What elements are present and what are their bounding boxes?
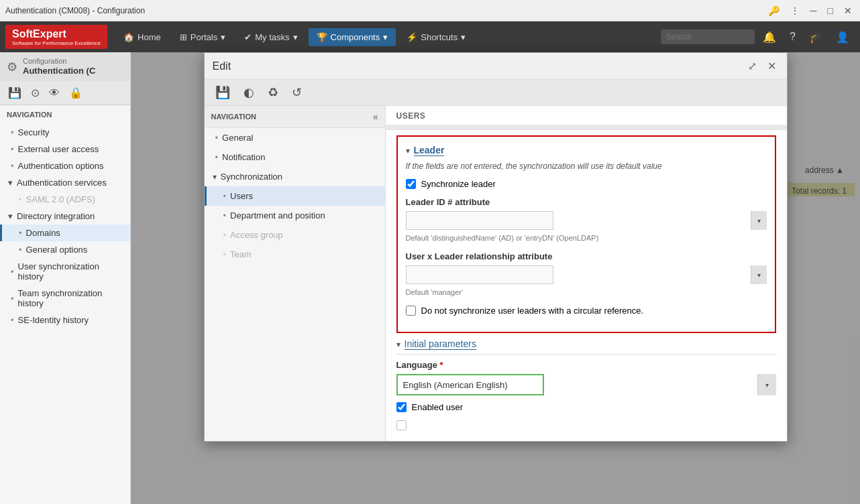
sidebar-item-dir-integration[interactable]: Directory integration	[0, 208, 130, 225]
no-sync-checkbox[interactable]	[406, 306, 416, 316]
partial-checkbox[interactable]	[396, 420, 407, 430]
sidebar-save-btn[interactable]: 💾	[5, 85, 24, 101]
sidebar-lock-btn[interactable]: 🔒	[66, 85, 85, 101]
sidebar-item-auth-options[interactable]: Authentication options	[0, 158, 130, 174]
nav-mytasks-label: My tasks	[255, 32, 289, 42]
bell-icon[interactable]: 🔔	[757, 28, 782, 46]
main-layout: ⚙ Configuration Authentication (C 💾 ⊙ 👁 …	[0, 52, 860, 504]
nav-mytasks[interactable]: ✔ My tasks ▾	[236, 28, 305, 46]
sidebar-eye-btn[interactable]: 👁	[46, 86, 62, 101]
language-arrow: ▾	[757, 374, 776, 395]
sidebar-item-team-sync[interactable]: Team synchronization history	[0, 285, 130, 312]
initial-params-arrow[interactable]: ▾	[396, 340, 400, 349]
modal-nav-header: NAVIGATION «	[205, 106, 385, 128]
leader-section: ▾ Leader If the fields are not entered, …	[396, 135, 776, 333]
sidebar-item-se-identity[interactable]: SE-Identity history	[0, 312, 130, 328]
home-icon: 🏠	[123, 32, 134, 42]
modal-content-inner: USERS ▾ Leader If the fields are not	[386, 106, 787, 441]
modal-expand-btn[interactable]: ⤢	[745, 58, 759, 74]
sync-leader-row: Synchronize leader	[406, 179, 767, 189]
nav-home-label: Home	[138, 32, 161, 42]
search-input[interactable]	[661, 29, 755, 44]
top-nav: SoftExpert Software for Performance Exce…	[0, 21, 860, 52]
graduation-icon[interactable]: 🎓	[804, 28, 828, 46]
title-bar-controls: 🔑 ⋮ ─ □ ✕	[765, 4, 855, 17]
menu-icon[interactable]: ⋮	[788, 4, 802, 17]
enabled-user-row: Enabled user	[396, 402, 776, 412]
sidebar-item-domains[interactable]: Domains	[0, 225, 130, 241]
sidebar-item-general-options[interactable]: General options	[0, 241, 130, 258]
nav-components-label: Components	[331, 32, 380, 42]
modal-nav-collapse-btn[interactable]: «	[373, 111, 378, 122]
initial-params-header: ▾ Initial parameters	[396, 338, 776, 355]
sidebar-nav-label: NAVIGATION	[0, 105, 130, 121]
modal-refresh-btn[interactable]: ♻	[264, 84, 282, 101]
modal-nav-dept[interactable]: Department and position	[205, 206, 385, 225]
modal-nav-general[interactable]: General	[205, 128, 385, 147]
modal-overlay: Edit ⤢ ✕ 💾 ◐ ♻ ↺	[131, 52, 860, 504]
portals-icon: ⊞	[180, 32, 187, 42]
no-sync-label: Do not synchronize user leaders with a c…	[421, 306, 644, 316]
user-leader-select[interactable]	[406, 265, 553, 284]
sidebar-item-external-user[interactable]: External user access	[0, 141, 130, 158]
enabled-user-checkbox[interactable]	[396, 402, 407, 412]
leader-title-link[interactable]: Leader	[414, 145, 445, 156]
nav-components[interactable]: 🏆 Components ▾	[309, 28, 396, 46]
maximize-btn[interactable]: □	[825, 4, 836, 17]
nav-home[interactable]: 🏠 Home	[115, 28, 169, 46]
modal-toggle-btn[interactable]: ◐	[239, 84, 258, 101]
modal-nav-sublist: Users Department and position Access gro…	[205, 186, 385, 264]
nav-shortcuts[interactable]: ⚡ Shortcuts ▾	[398, 28, 474, 46]
sidebar-nav-list: Security External user access Authentica…	[0, 121, 130, 331]
main-content-area: address ▲ Total records: 1 Edit ⤢ ✕ 💾	[131, 52, 860, 504]
sync-leader-checkbox[interactable]	[406, 179, 416, 189]
leader-hint: If the fields are not entered, the synch…	[406, 162, 767, 171]
components-arrow: ▾	[383, 32, 388, 42]
sidebar-toggle-btn[interactable]: ⊙	[28, 85, 42, 101]
users-section-header: USERS	[396, 106, 776, 125]
initial-params-section: ▾ Initial parameters Language *	[396, 338, 776, 430]
user-icon[interactable]: 👤	[830, 28, 855, 46]
sidebar-item-auth-services[interactable]: Authentication services	[0, 174, 130, 191]
leader-collapse-arrow[interactable]: ▾	[406, 146, 410, 155]
sidebar-item-user-sync[interactable]: User synchronization history	[0, 258, 130, 285]
modal-title: Edit	[213, 60, 231, 72]
partial-checkbox-row	[396, 420, 776, 430]
help-icon[interactable]: ?	[784, 28, 801, 46]
logo-text: SoftExpert	[12, 27, 101, 40]
modal-nav-label: NAVIGATION	[211, 113, 256, 121]
tasks-icon: ✔	[244, 32, 252, 42]
modal-nav-notification[interactable]: Notification	[205, 147, 385, 167]
initial-params-link[interactable]: Initial parameters	[405, 338, 476, 350]
sidebar: ⚙ Configuration Authentication (C 💾 ⊙ 👁 …	[0, 52, 131, 504]
modal-nav-synchronization[interactable]: Synchronization	[205, 167, 385, 186]
leader-id-arrow: ▾	[751, 211, 767, 230]
sidebar-item-saml[interactable]: SAML 2.0 (ADFS)	[0, 191, 130, 208]
modal-save-btn[interactable]: 💾	[211, 84, 234, 101]
nav-shortcuts-label: Shortcuts	[421, 32, 458, 42]
leader-id-hint: Default 'distinguishedName' (AD) or 'ent…	[406, 234, 767, 242]
minimize-btn[interactable]: ─	[808, 4, 820, 17]
modal-nav-users[interactable]: Users	[205, 186, 385, 206]
language-select[interactable]: English (American English) Portuguese Sp…	[396, 374, 544, 395]
modal-reset-btn[interactable]: ↺	[288, 84, 306, 101]
scroll-indicator	[386, 125, 787, 130]
leader-id-select-wrapper: ▾	[406, 211, 767, 230]
modal-toolbar: 💾 ◐ ♻ ↺	[205, 80, 787, 106]
modal-close-btn[interactable]: ✕	[765, 58, 779, 74]
modal-nav-team[interactable]: Team	[205, 245, 385, 264]
language-field-area: Language * English (American English) Po…	[396, 360, 776, 395]
sidebar-item-security[interactable]: Security	[0, 124, 130, 141]
key-icon: 🔑	[765, 4, 782, 17]
close-btn[interactable]: ✕	[841, 4, 855, 17]
user-leader-label: User x Leader relationship attribute	[406, 251, 767, 261]
modal-body: NAVIGATION « General Notification Synchr…	[205, 106, 787, 441]
users-section-label: USERS	[396, 111, 426, 121]
nav-portals[interactable]: ⊞ Portals ▾	[172, 28, 233, 46]
sidebar-main-title: Authentication (C	[23, 66, 95, 77]
components-icon: 🏆	[317, 32, 327, 42]
leader-id-select[interactable]	[406, 211, 553, 230]
title-bar: Authentication (CM008) - Configuration 🔑…	[0, 0, 860, 21]
mytasks-arrow: ▾	[293, 32, 298, 42]
modal-nav-access[interactable]: Access group	[205, 225, 385, 245]
